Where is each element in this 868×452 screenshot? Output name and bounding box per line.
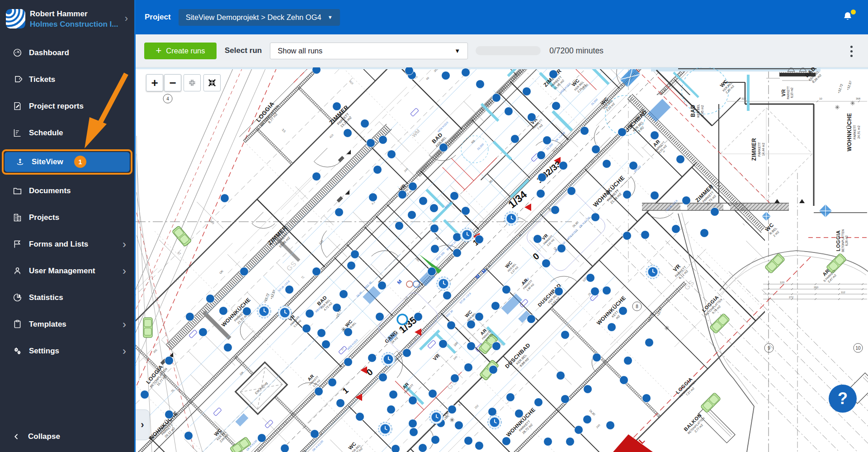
svg-text:PARKETT: PARKETT (853, 124, 856, 139)
svg-text:120: 120 (780, 281, 785, 284)
svg-text:8: 8 (636, 304, 638, 309)
svg-text:10: 10 (855, 346, 861, 351)
svg-text:272: 272 (789, 296, 794, 299)
svg-text:VR: VR (781, 89, 786, 96)
svg-text:PARKETT: PARKETT (758, 142, 761, 156)
svg-text:368: 368 (856, 97, 861, 100)
svg-text:10: 10 (819, 97, 822, 100)
svg-text:322: 322 (741, 97, 746, 100)
svg-text:KER.BEL: KER.BEL (697, 104, 700, 118)
svg-text:ZIMMER: ZIMMER (751, 138, 757, 161)
svg-text:9: 9 (768, 346, 770, 351)
svg-text:BAD: BAD (690, 105, 696, 117)
svg-text:6,15 m2: 6,15 m2 (790, 87, 793, 98)
svg-text:PARKETT: PARKETT (787, 86, 790, 99)
svg-text:LOGGIA: LOGGIA (835, 230, 841, 251)
svg-text:24,91 m2: 24,91 m2 (857, 125, 860, 138)
svg-text:6,26 m2: 6,26 m2 (845, 235, 848, 246)
svg-text:14,44 m2: 14,44 m2 (762, 143, 765, 156)
svg-text:5,45 m2: 5,45 m2 (701, 105, 704, 116)
svg-text:4: 4 (166, 96, 169, 101)
svg-text:112: 112 (841, 291, 845, 294)
svg-text:WOHNKÜCHE: WOHNKÜCHE (846, 113, 853, 151)
svg-text:BETONPLATTEN: BETONPLATTEN (841, 229, 844, 252)
svg-text:260: 260 (814, 286, 819, 289)
